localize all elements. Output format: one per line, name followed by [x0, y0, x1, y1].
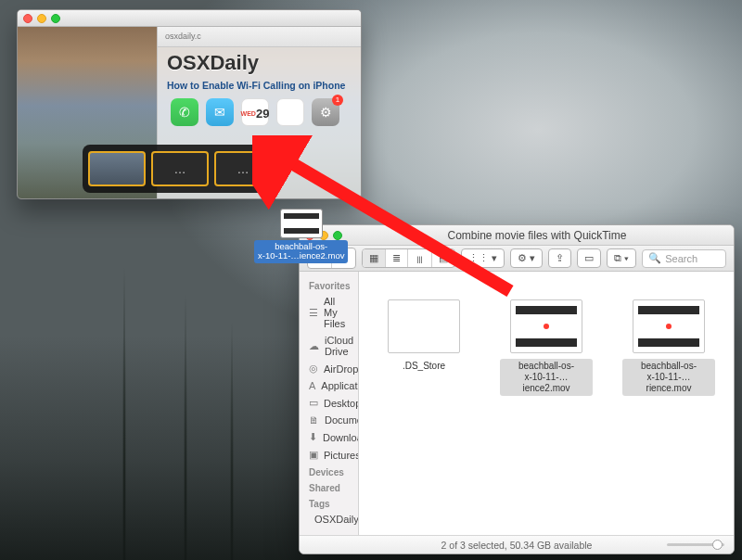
- sidebar-item-pictures[interactable]: ▣Pictures: [300, 446, 358, 464]
- icloud-icon: ☁: [309, 340, 319, 352]
- finder-toolbar: 〈 〉 ▦ ≣ ⫼ ▤ ⋮⋮ ▾ ⚙ ▾ ⇪ ▭ ⧉ ▾ 🔍 Search: [300, 246, 734, 272]
- iphone-home-row: ✆ ✉ WED29 ✿ ⚙1: [158, 98, 361, 126]
- settings-app-icon: ⚙1: [312, 98, 339, 126]
- slider-knob[interactable]: [712, 540, 723, 550]
- drag-ghost: beachball-os- x-10-11-…ience2.mov: [254, 209, 348, 263]
- photos-app-icon: ✿: [276, 98, 304, 126]
- file-beachball-2[interactable]: beachball-os- x-10-11-…rience.mov: [622, 299, 715, 396]
- status-text: 2 of 3 selected, 50.34 GB available: [441, 540, 593, 551]
- coverflow-view-button[interactable]: ▤: [432, 249, 454, 267]
- maximize-button[interactable]: [51, 14, 60, 23]
- search-placeholder: Search: [665, 253, 697, 264]
- search-icon: 🔍: [648, 252, 661, 264]
- drag-ghost-thumb: [280, 209, 323, 238]
- article-headline: How to Enable Wi-Fi Calling on iPhone: [158, 77, 361, 96]
- file-movie-icon: [633, 299, 705, 353]
- sidebar-heading-devices: Devices: [300, 464, 358, 479]
- file-label: .DS_Store: [377, 359, 470, 374]
- clip-3[interactable]: …: [214, 151, 272, 186]
- finder-titlebar[interactable]: Combine movie files with QuickTime: [300, 225, 734, 246]
- file-ds-store[interactable]: .DS_Store: [377, 299, 470, 396]
- share-button[interactable]: ⇪: [548, 248, 571, 268]
- arrange-button[interactable]: ⋮⋮ ▾: [461, 248, 505, 268]
- sidebar-item-icloud[interactable]: ☁iCloud Drive: [300, 332, 358, 360]
- quicktime-titlebar[interactable]: [18, 10, 361, 27]
- sidebar-item-desktop[interactable]: ▭Desktop: [300, 394, 358, 412]
- site-logo: OSXDaily: [158, 47, 361, 77]
- icon-size-slider[interactable]: [667, 540, 724, 549]
- finder-window[interactable]: Combine movie files with QuickTime 〈 〉 ▦…: [299, 224, 735, 554]
- action-button[interactable]: ⚙ ▾: [510, 248, 543, 268]
- pictures-icon: ▣: [309, 449, 318, 461]
- list-view-button[interactable]: ≣: [386, 249, 408, 267]
- sidebar-heading-favorites: Favorites: [300, 277, 358, 293]
- documents-icon: 🗎: [309, 414, 319, 426]
- sidebar-heading-shared: Shared: [300, 479, 358, 495]
- sidebar-tag-osxdaily[interactable]: OSXDaily.com: [300, 511, 358, 528]
- airdrop-icon: ◎: [309, 363, 318, 375]
- minimize-button[interactable]: [37, 14, 46, 23]
- video-canvas[interactable]: osxdaily.c OSXDaily How to Enable Wi-Fi …: [18, 27, 361, 198]
- clip-1[interactable]: [88, 151, 146, 186]
- sidebar-item-applications[interactable]: AApplications: [300, 377, 358, 394]
- messages-app-icon: ✉: [206, 98, 234, 126]
- window-controls: [23, 14, 60, 23]
- notification-badge: 1: [332, 95, 343, 106]
- finder-statusbar: 2 of 3 selected, 50.34 GB available: [300, 535, 734, 554]
- sidebar-item-documents[interactable]: 🗎Documents: [300, 412, 358, 428]
- dropbox-button[interactable]: ⧉ ▾: [607, 248, 636, 268]
- clip-timeline[interactable]: … …: [83, 145, 277, 193]
- file-label: beachball-os- x-10-11-…ience2.mov: [500, 359, 593, 396]
- address-bar: osxdaily.c: [158, 27, 361, 47]
- search-field[interactable]: 🔍 Search: [642, 249, 726, 268]
- quicktime-window[interactable]: osxdaily.c OSXDaily How to Enable Wi-Fi …: [17, 9, 362, 199]
- sidebar-item-airdrop[interactable]: ◎AirDrop: [300, 360, 358, 377]
- calendar-app-icon: WED29: [241, 98, 269, 126]
- finder-title: Combine movie files with QuickTime: [346, 229, 728, 242]
- column-view-button[interactable]: ⫼: [408, 249, 432, 267]
- file-movie-icon: [510, 299, 582, 353]
- close-button[interactable]: [23, 14, 32, 23]
- file-generic-icon: [388, 299, 460, 353]
- desktop-icon: ▭: [309, 397, 318, 409]
- sidebar-item-all-my-files[interactable]: ☰All My Files: [300, 293, 358, 332]
- view-switcher: ▦ ≣ ⫼ ▤: [362, 248, 455, 268]
- phone-app-icon: ✆: [171, 98, 198, 126]
- file-label: beachball-os- x-10-11-…rience.mov: [622, 359, 715, 396]
- file-beachball-1[interactable]: beachball-os- x-10-11-…ience2.mov: [500, 299, 593, 396]
- downloads-icon: ⬇: [309, 431, 317, 443]
- finder-content[interactable]: .DS_Store beachball-os- x-10-11-…ience2.…: [359, 272, 734, 535]
- finder-sidebar[interactable]: Favorites ☰All My Files ☁iCloud Drive ◎A…: [300, 272, 359, 535]
- tags-button[interactable]: ▭: [577, 248, 601, 268]
- sidebar-item-downloads[interactable]: ⬇Downloads: [300, 428, 358, 446]
- icon-view-button[interactable]: ▦: [363, 249, 386, 267]
- all-files-icon: ☰: [309, 307, 318, 319]
- drag-ghost-label: beachball-os- x-10-11-…ience2.mov: [254, 240, 348, 263]
- sidebar-heading-tags: Tags: [300, 495, 358, 511]
- file-grid: .DS_Store beachball-os- x-10-11-…ience2.…: [359, 272, 734, 424]
- clip-2[interactable]: …: [151, 151, 209, 186]
- applications-icon: A: [309, 380, 315, 391]
